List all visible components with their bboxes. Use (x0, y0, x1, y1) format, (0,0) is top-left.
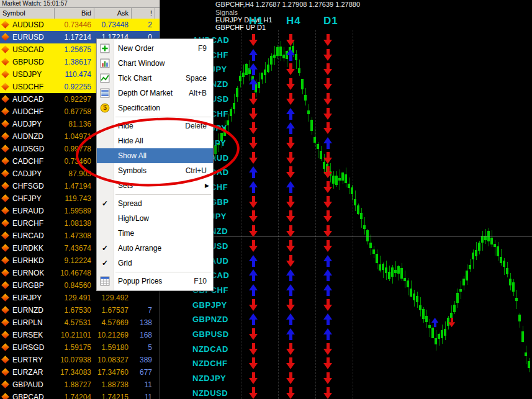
candle-body (394, 270, 397, 273)
gbpusd-h1-down-arrow (249, 328, 258, 340)
menu-item-specification[interactable]: $Specification (97, 101, 213, 115)
menu-item-sets[interactable]: Sets▶ (97, 178, 213, 193)
audcad-h4-down-arrow (286, 34, 295, 46)
column-header-bid[interactable]: Bid (55, 8, 94, 19)
spread-value: 138 (132, 316, 155, 329)
market-watch-row-gbpcad[interactable]: GBPCAD1.742041.7421511 (0, 391, 160, 399)
spread-value: 7 (132, 304, 155, 316)
symbol-diamond-icon (0, 155, 12, 168)
candle-body (376, 254, 378, 264)
symbol-diamond-icon (0, 168, 12, 180)
eurnzd-h4-down-arrow (286, 225, 295, 237)
eurusd-h4-down-arrow (286, 240, 295, 252)
candle-body (466, 271, 468, 280)
audnzd-h1-up-arrow (249, 78, 258, 90)
symbol-name: USDCAD (12, 43, 55, 56)
menu-item-popup-prices[interactable]: Popup PricesF10 (97, 274, 213, 289)
eurchf-d1-down-arrow (323, 181, 332, 193)
market-watch-title: Market Watch: 15:01:57 (0, 0, 160, 8)
ask-value: 0.73448 (94, 19, 132, 31)
candle-body (416, 296, 418, 303)
market-watch-row-eursgd[interactable]: EURSGD1.591751.591805 (0, 341, 160, 354)
market-watch-row-eurnzd[interactable]: EURNZD1.675301.675377 (0, 304, 160, 316)
symbol-diamond-icon (0, 230, 12, 242)
column-header-spread[interactable]: ! (132, 8, 155, 19)
eurchf-h4-up-arrow (286, 181, 295, 193)
candle-body (258, 82, 260, 88)
pair-label-nzdjpy: NZDJPY (192, 374, 226, 383)
ask-value: 1.67537 (94, 304, 132, 316)
menu-item-chart-window[interactable]: Chart Window (97, 56, 213, 71)
symbol-name: EURNZD (12, 304, 55, 316)
candle-body (462, 279, 465, 286)
menu-shortcut: Delete (185, 122, 207, 130)
signals-panel: Signals EURJPY Down H1GBPCHF UP D1 (215, 9, 273, 31)
market-watch-column-headers: SymbolBidAsk! (0, 8, 160, 19)
symbol-name: EURJPY (12, 292, 55, 304)
symbol-diamond-icon (0, 56, 12, 68)
menu-item-show-all[interactable]: Show All (97, 148, 213, 163)
menu-item-hide[interactable]: HideDelete (97, 119, 213, 133)
candle-body (307, 110, 310, 114)
menu-item-depth-of-market[interactable]: Depth Of MarketAlt+B (97, 86, 213, 101)
candle-body (459, 289, 462, 292)
nzdusd-h4-down-arrow (286, 387, 295, 399)
column-header-ask[interactable]: Ask (94, 8, 132, 19)
menu-item-new-order[interactable]: New OrderF9 (97, 41, 213, 56)
candle-body (298, 68, 300, 73)
candle-body (379, 264, 381, 271)
market-watch-row-gbpaud[interactable]: GBPAUD1.887271.8873811 (0, 379, 160, 391)
symbol-name: EURCAD (12, 230, 55, 242)
menu-item-high-low[interactable]: High/Low (97, 211, 213, 226)
candle-body (320, 151, 322, 159)
symbol-diamond-icon (0, 143, 12, 155)
grid-line (278, 30, 279, 399)
symbol-name: AUDNZD (12, 130, 55, 143)
menu-item-tick-chart[interactable]: Tick ChartSpace (97, 71, 213, 86)
gbpaud-h4-down-arrow (286, 255, 295, 267)
nzdchf-h4-down-arrow (286, 357, 295, 369)
symbol-diamond-icon (0, 341, 12, 354)
menu-item-time[interactable]: Time (97, 226, 213, 241)
bid-value: 10.21101 (55, 329, 94, 341)
menu-item-spread[interactable]: Spread (97, 196, 213, 211)
candle-body (400, 268, 403, 278)
candle-body (357, 205, 359, 214)
audusd-d1-down-arrow (323, 93, 332, 105)
chart-area[interactable]: AUDCADAUDCHFAUDJPYAUDNZDAUDUSDCADCHFCADJ… (160, 0, 532, 399)
symbol-name: EURGBP (12, 279, 55, 292)
market-watch-row-eurtry[interactable]: EURTRY10.0793810.08327389 (0, 354, 160, 366)
symbol-name: AUDCAD (12, 93, 55, 105)
market-watch-row-eurpln[interactable]: EURPLN4.575314.57669138 (0, 316, 160, 329)
bid-value: 0.92297 (55, 93, 94, 105)
market-watch-row-eurzar[interactable]: EURZAR17.3408317.34760677 (0, 366, 160, 379)
eurnzd-h1-down-arrow (249, 225, 258, 237)
menu-item-grid[interactable]: Grid (97, 256, 213, 271)
menu-separator (115, 194, 211, 195)
gbpjpy-h1-down-arrow (249, 299, 258, 311)
candle-body (481, 236, 484, 243)
market-watch-row-audusd[interactable]: AUDUSD0.734460.734482 (0, 19, 160, 31)
bid-value: 9.12224 (55, 254, 94, 267)
pair-label-gbpusd: GBPUSD (192, 330, 229, 339)
menu-item-auto-arrange[interactable]: Auto Arrange (97, 241, 213, 256)
market-watch-row-eursek[interactable]: EURSEK10.2110110.21269168 (0, 329, 160, 341)
symbol-name: AUDUSD (12, 19, 55, 31)
menu-shortcut: Ctrl+U (186, 166, 207, 175)
column-header-symbol[interactable]: Symbol (0, 8, 55, 19)
candle-body (472, 253, 474, 259)
candle-body (441, 330, 443, 338)
market-watch-row-eurjpy[interactable]: EURJPY129.491129.492 (0, 292, 160, 304)
candle-body (413, 294, 415, 300)
candle-body (295, 54, 297, 60)
cadchf-h4-up-arrow (286, 108, 295, 120)
menu-item-symbols[interactable]: SymbolsCtrl+U (97, 163, 213, 178)
ask-value: 10.08327 (94, 354, 132, 366)
candle-body (385, 267, 387, 274)
menu-item-hide-all[interactable]: Hide All (97, 133, 213, 148)
symbol-diamond-icon (0, 329, 12, 341)
signal-line: GBPCHF UP D1 (215, 24, 273, 31)
gbpcad-h1-up-arrow (249, 269, 258, 281)
ask-value: 129.492 (94, 292, 132, 304)
signal-line: EURJPY Down H1 (215, 16, 273, 24)
